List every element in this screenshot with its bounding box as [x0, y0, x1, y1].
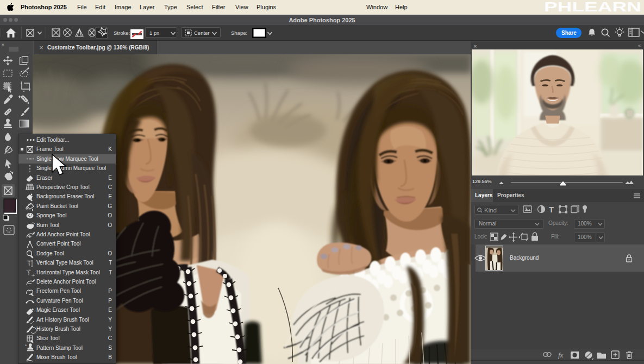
- svg-text:T: T: [27, 260, 32, 267]
- svg-text:fx: fx: [558, 351, 564, 359]
- svg-text:*: *: [25, 343, 27, 348]
- svg-text:Kind: Kind: [484, 207, 497, 214]
- svg-text:T: T: [27, 269, 31, 277]
- svg-text:«: «: [2, 42, 4, 47]
- svg-text:PHLEARN: PHLEARN: [544, 2, 641, 14]
- svg-text:T: T: [549, 205, 554, 214]
